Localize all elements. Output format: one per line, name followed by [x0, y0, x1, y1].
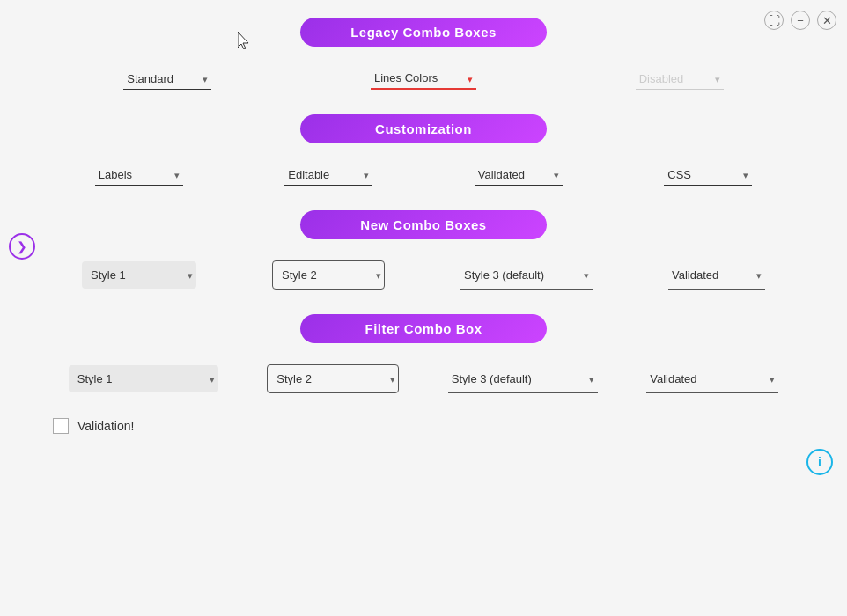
lines-colors-combo[interactable]: Lines Colors Red Blue	[371, 68, 476, 90]
main-content: Legacy Combo Boxes Standard Option 1 Opt…	[0, 0, 847, 451]
legacy-combo-row: Standard Option 1 Option 2 ▾ Lines Color…	[44, 68, 803, 90]
validation-row: Validation!	[44, 418, 803, 434]
minimize-button[interactable]: −	[791, 11, 810, 30]
css-combo-container: CSS Option 1 ▾	[664, 165, 752, 186]
new-style1-combo-container: Style 1 Style 2 Style 3 (default) ▾	[82, 261, 196, 289]
customization-section-header: Customization	[300, 114, 547, 143]
left-nav-arrow[interactable]: ❯	[9, 233, 35, 260]
new-validated-combo[interactable]: Validated Option 1	[668, 261, 765, 290]
cust-validated-combo[interactable]: Validated Option 1	[475, 165, 563, 186]
filter-validated-combo-container: Validated Option 1 ▾	[646, 365, 778, 393]
new-style2-combo[interactable]: Style 2 Style 1 Style 3 (default)	[272, 260, 385, 290]
validation-label: Validation!	[77, 419, 134, 433]
filter-style2-combo[interactable]: Style 2 Style 1 Style 3 (default)	[267, 364, 399, 393]
filter-style1-combo-container: Style 1 Style 2 Style 3 (default) ▾	[69, 365, 218, 392]
editable-combo[interactable]: Editable Option 1	[284, 165, 372, 186]
labels-combo[interactable]: Labels Option 1	[95, 165, 183, 186]
cust-validated-combo-container: Validated Option 1 ▾	[475, 165, 563, 186]
filter-style3-combo[interactable]: Style 3 (default) Style 1 Style 2	[448, 365, 598, 393]
new-combo-row: Style 1 Style 2 Style 3 (default) ▾ Styl…	[44, 260, 803, 290]
labels-combo-container: Labels Option 1 ▾	[95, 165, 183, 186]
expand-button[interactable]: ⛶	[764, 11, 784, 30]
standard-combo[interactable]: Standard Option 1 Option 2	[123, 69, 211, 90]
customization-combo-row: Labels Option 1 ▾ Editable Option 1 ▾ Va…	[44, 165, 803, 186]
new-style2-combo-container: Style 2 Style 1 Style 3 (default) ▾	[272, 260, 385, 290]
editable-combo-container: Editable Option 1 ▾	[284, 165, 372, 186]
filter-combo-row: Style 1 Style 2 Style 3 (default) ▾ Styl…	[44, 364, 803, 393]
info-icon: i	[818, 455, 821, 469]
css-combo[interactable]: CSS Option 1	[664, 165, 752, 186]
disabled-combo: Disabled	[636, 69, 724, 90]
new-style3-combo-container: Style 3 (default) Style 1 Style 2 ▾	[460, 261, 593, 290]
validation-checkbox[interactable]	[53, 418, 69, 434]
filter-style2-combo-container: Style 2 Style 1 Style 3 (default) ▾	[267, 364, 399, 393]
standard-combo-wrapper: Standard Option 1 Option 2 ▾	[123, 69, 211, 90]
disabled-combo-container: Disabled ▾	[636, 69, 724, 90]
filter-style1-combo[interactable]: Style 1 Style 2 Style 3 (default)	[69, 365, 218, 392]
new-validated-combo-container: Validated Option 1 ▾	[668, 261, 765, 290]
new-style1-combo[interactable]: Style 1 Style 2 Style 3 (default)	[82, 261, 196, 289]
filter-style3-combo-container: Style 3 (default) Style 1 Style 2 ▾	[448, 365, 598, 393]
legacy-section-header: Legacy Combo Boxes	[300, 18, 547, 47]
filter-validated-combo[interactable]: Validated Option 1	[646, 365, 778, 393]
new-combo-section-header: New Combo Boxes	[300, 210, 547, 239]
new-style3-combo[interactable]: Style 3 (default) Style 1 Style 2	[460, 261, 593, 290]
lines-colors-combo-wrapper: Lines Colors Red Blue ▾	[371, 68, 476, 90]
standard-combo-container: Standard Option 1 Option 2 ▾	[123, 69, 211, 90]
info-button[interactable]: i	[806, 449, 833, 475]
disabled-combo-wrapper: Disabled ▾	[636, 69, 724, 90]
close-button[interactable]: ✕	[817, 11, 836, 30]
window-controls: ⛶ − ✕	[764, 11, 836, 30]
filter-combo-section-header: Filter Combo Box	[300, 314, 547, 343]
lines-colors-combo-container: Lines Colors Red Blue ▾	[371, 68, 476, 90]
